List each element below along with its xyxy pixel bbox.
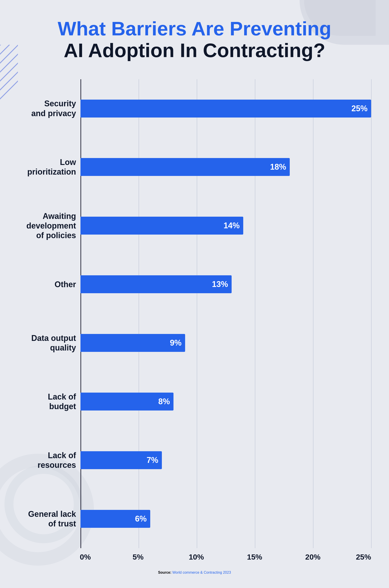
bar-row-7: 6% (80, 489, 371, 548)
x-label-3: 15% (247, 553, 262, 561)
bar-7: 6% (80, 510, 150, 528)
bars-section: 25%18%14%13%9%8%7%6% (80, 79, 371, 548)
y-label-3: Other (18, 255, 76, 314)
x-label-5: 25% (356, 553, 371, 561)
bar-3: 13% (80, 275, 232, 293)
title-section: What Barriers Are Preventing AI Adoption… (58, 18, 331, 61)
x-label-2: 10% (189, 553, 204, 561)
bar-value-label-6: 7% (147, 455, 158, 465)
bar-row-0: 25% (80, 79, 371, 138)
bar-row-3: 13% (80, 255, 371, 314)
bar-value-label-4: 9% (170, 338, 182, 348)
y-label-4: Data outputquality (18, 314, 76, 372)
bar-value-label-5: 8% (158, 397, 170, 406)
bar-value-label-7: 6% (135, 514, 147, 523)
bar-value-label-2: 14% (224, 221, 240, 230)
bar-value-label-3: 13% (212, 280, 228, 289)
source-text: World commerce & Contracting 2023 (172, 571, 231, 574)
y-label-7: General lackof trust (18, 489, 76, 548)
bar-row-1: 18% (80, 138, 371, 196)
bar-row-5: 8% (80, 372, 371, 431)
bar-5: 8% (80, 393, 173, 410)
bar-value-label-1: 18% (270, 162, 286, 172)
y-label-1: Lowprioritization (18, 138, 76, 196)
bars-container: 25%18%14%13%9%8%7%6% (80, 79, 371, 548)
title-line2: AI Adoption In Contracting? (58, 40, 331, 61)
x-label-4: 20% (305, 553, 320, 561)
bar-row-4: 9% (80, 314, 371, 372)
y-label-2: Awaitingdevelopmentof policies (18, 196, 76, 255)
y-label-6: Lack ofresources (18, 431, 76, 489)
bar-value-label-0: 25% (352, 104, 367, 113)
bar-row-2: 14% (80, 196, 371, 255)
grid-line (371, 79, 372, 548)
bar-0: 25% (80, 100, 371, 117)
x-label-0: 0% (80, 553, 91, 561)
bar-row-6: 7% (80, 431, 371, 489)
x-label-1: 5% (132, 553, 144, 561)
bar-4: 9% (80, 334, 185, 352)
bar-6: 7% (80, 451, 162, 469)
bar-2: 14% (80, 217, 243, 235)
y-label-0: Securityand privacy (18, 79, 76, 138)
chart-area: Securityand privacyLowprioritizationAwai… (18, 79, 371, 548)
bar-1: 18% (80, 158, 290, 176)
source-section: Source: World commerce & Contracting 202… (18, 571, 371, 575)
y-labels: Securityand privacyLowprioritizationAwai… (18, 79, 80, 548)
source-prefix: Source: (158, 571, 171, 574)
main-container: What Barriers Are Preventing AI Adoption… (0, 0, 389, 588)
title-line1: What Barriers Are Preventing (58, 18, 331, 40)
y-label-5: Lack ofbudget (18, 372, 76, 431)
